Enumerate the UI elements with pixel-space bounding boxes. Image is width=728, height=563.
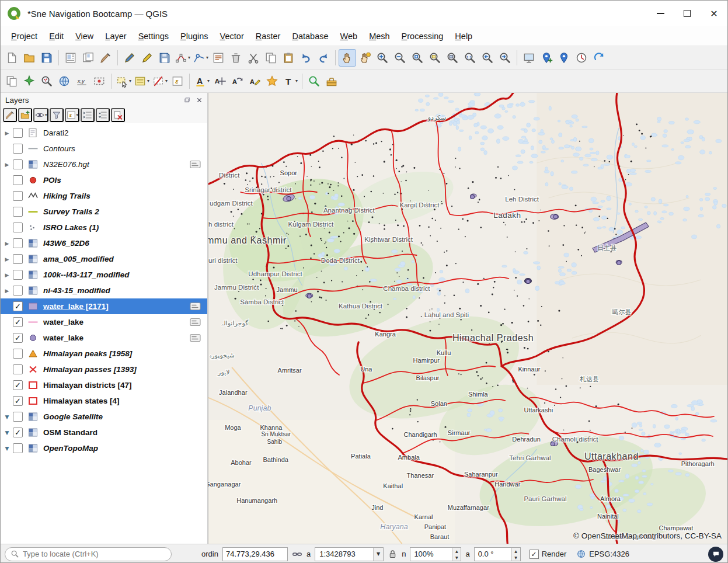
expander-arrow-icon[interactable]: ▶ <box>2 241 12 246</box>
layer-checkbox[interactable]: ✓ <box>13 333 23 343</box>
rotation-spinner[interactable]: 0.0 ° ▲▼ <box>474 547 521 561</box>
layer-checkbox[interactable]: ✓ <box>13 396 23 406</box>
vertex-tool-button[interactable]: ▾ <box>191 49 210 67</box>
favorites-button[interactable] <box>263 72 281 90</box>
filter-legend-by-expression-button[interactable]: ε▾ <box>65 108 80 122</box>
expander-arrow-icon[interactable]: ▶ <box>2 162 12 168</box>
layer-checkbox[interactable] <box>13 238 23 248</box>
style-manager-button[interactable] <box>97 49 114 67</box>
paste-features-button[interactable] <box>280 49 297 67</box>
expander-arrow-icon[interactable]: ▼ <box>2 430 12 436</box>
layer-row[interactable]: ✓water_lake <box>1 314 207 330</box>
show-layout-manager-button[interactable] <box>79 49 97 67</box>
close-button[interactable]: ✕ <box>701 1 727 26</box>
zoom-to-layer-button[interactable] <box>444 49 461 67</box>
zoom-last-button[interactable] <box>479 49 496 67</box>
zoom-full-button[interactable] <box>409 49 426 67</box>
map-canvas[interactable]: سکردوDistrictSoporSrinagar districtudgam… <box>208 93 727 544</box>
select-features-button[interactable]: ▾ <box>114 72 133 90</box>
pan-to-selection-button[interactable] <box>356 49 374 67</box>
layer-checkbox[interactable] <box>13 223 23 232</box>
select-by-expression-button[interactable]: ε <box>169 72 186 90</box>
zoom-to-selection-button[interactable] <box>426 49 444 67</box>
refresh-button[interactable] <box>590 49 608 67</box>
layer-row[interactable]: Himalayan peaks [1958] <box>1 346 207 362</box>
layer-row[interactable]: Hiking Trails <box>1 188 207 204</box>
maximize-button[interactable] <box>674 1 701 26</box>
layer-row[interactable]: ▶N32E076.hgt <box>1 157 207 172</box>
change-label-button[interactable]: A <box>246 72 263 90</box>
extents-link-icon[interactable] <box>292 549 302 559</box>
layer-row[interactable]: POIs <box>1 172 207 188</box>
expander-arrow-icon[interactable]: ▼ <box>2 414 12 420</box>
layer-row[interactable]: ▼Google Satellite <box>1 409 207 425</box>
minimize-button[interactable] <box>647 1 674 26</box>
layer-checkbox[interactable]: ✓ <box>13 428 23 437</box>
layer-checkbox[interactable] <box>13 207 23 217</box>
layer-checkbox[interactable] <box>13 144 23 154</box>
save-project-button[interactable] <box>38 49 55 67</box>
modify-attributes-button[interactable] <box>210 49 227 67</box>
layer-row[interactable]: ✓water_lake <box>1 330 207 346</box>
float-panel-button[interactable] <box>182 95 192 105</box>
new-spatial-bookmark-button[interactable] <box>538 49 555 67</box>
layer-row[interactable]: ▼OpenTopoMap <box>1 440 207 456</box>
pan-map-button[interactable] <box>339 49 356 67</box>
zoom-out-button[interactable] <box>391 49 409 67</box>
deselect-features-button[interactable]: ▾ <box>151 72 169 90</box>
coordinate-input[interactable] <box>222 547 288 561</box>
menu-plugins[interactable]: Plugins <box>175 29 214 44</box>
menu-database[interactable]: Database <box>286 29 334 44</box>
layer-checkbox[interactable] <box>13 175 23 185</box>
capture-region-button[interactable] <box>90 72 108 90</box>
crs-indicator[interactable]: EPSG:4326 <box>576 549 629 559</box>
menu-raster[interactable]: Raster <box>250 29 287 44</box>
layer-row[interactable]: ISRO Lakes (1) <box>1 220 207 235</box>
menu-layer[interactable]: Layer <box>99 29 132 44</box>
osm-search-active-button[interactable] <box>20 72 38 90</box>
layer-row[interactable]: ▶I43W6_52D6 <box>1 235 207 251</box>
add-group-button[interactable] <box>18 108 32 122</box>
locate-input[interactable] <box>23 550 166 558</box>
layer-row[interactable]: ✓water_lake [2171] <box>1 298 207 314</box>
layer-checkbox[interactable]: ✓ <box>13 380 23 390</box>
expander-arrow-icon[interactable]: ▶ <box>2 130 12 136</box>
rotate-label-button[interactable]: A <box>228 72 246 90</box>
layer-checkbox[interactable] <box>13 412 23 422</box>
layer-checkbox[interactable]: ✓ <box>13 301 23 311</box>
layer-checkbox[interactable] <box>13 364 23 374</box>
layer-row[interactable]: ✓Himalayan districts [47] <box>1 377 207 393</box>
temporal-controller-button[interactable] <box>573 49 590 67</box>
layer-checkbox[interactable] <box>13 254 23 264</box>
render-toggle[interactable]: ✓ Render <box>530 550 567 559</box>
messages-button[interactable] <box>708 547 723 562</box>
layer-row[interactable]: Contours <box>1 141 207 157</box>
locate-bar[interactable] <box>5 547 172 561</box>
undo-button[interactable] <box>297 49 315 67</box>
spinner-arrows-icon[interactable]: ▲▼ <box>452 548 461 561</box>
collapse-all-button[interactable] <box>96 108 110 122</box>
open-project-button[interactable] <box>20 49 38 67</box>
select-by-value-button[interactable]: ▾ <box>133 72 151 90</box>
digitize-tool-button[interactable]: ▾ <box>173 49 191 67</box>
coordinate-capture-button[interactable]: x,y <box>73 72 90 90</box>
menu-project[interactable]: Project <box>5 29 43 44</box>
zoom-native-button[interactable]: 1:1 <box>461 49 479 67</box>
layer-row[interactable]: ▶Darati2 <box>1 125 207 141</box>
new-project-button[interactable] <box>3 49 20 67</box>
layer-checkbox[interactable]: ✓ <box>13 317 23 327</box>
spinner-arrows-icon[interactable]: ▲▼ <box>511 548 520 561</box>
manage-map-themes-button[interactable]: ▾ <box>33 108 48 122</box>
menu-help[interactable]: Help <box>449 29 478 44</box>
new-map-view-button[interactable] <box>520 49 538 67</box>
metasearch-button[interactable] <box>55 72 73 90</box>
layer-checkbox[interactable] <box>13 191 23 201</box>
open-data-source-manager-button[interactable] <box>3 72 20 90</box>
layer-checkbox[interactable] <box>13 349 23 359</box>
layer-row[interactable]: ▶100k--i43-117_modified <box>1 267 207 283</box>
layer-row[interactable]: ▶ama_005_modified <box>1 251 207 267</box>
copy-features-button[interactable] <box>262 49 280 67</box>
zoom-to-points-button[interactable] <box>38 72 55 90</box>
cut-features-button[interactable] <box>245 49 262 67</box>
move-label-button[interactable]: A <box>211 72 228 90</box>
